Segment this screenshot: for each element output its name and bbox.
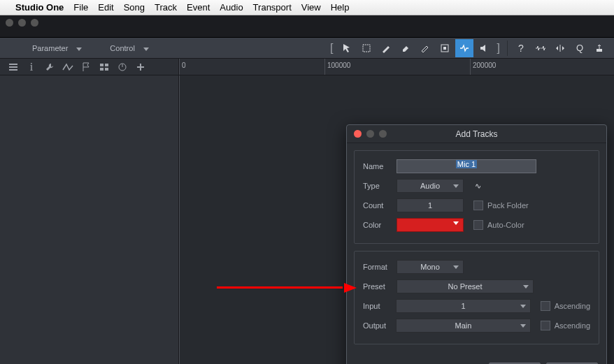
mac-menubar[interactable]: Studio One File Edit Song Track Event Au… (0, 0, 614, 15)
tempo-icon[interactable] (116, 61, 129, 73)
quantize-icon[interactable]: Q (571, 39, 589, 57)
output-value: Main (455, 321, 472, 330)
input-ascending-label: Ascending (555, 302, 590, 310)
chevron-down-icon (453, 221, 459, 225)
app-name[interactable]: Studio One (15, 2, 64, 13)
arrow-tool[interactable] (338, 39, 356, 57)
menu-edit[interactable]: Edit (98, 2, 113, 13)
draw-tool[interactable] (377, 39, 395, 57)
chevron-down-icon (453, 184, 459, 188)
input-value: 1 (461, 302, 465, 310)
erase-tool[interactable] (397, 39, 415, 57)
control-dropdown[interactable]: Control (89, 44, 148, 52)
zoom-window-icon[interactable] (31, 19, 38, 27)
chevron-down-icon (520, 324, 526, 328)
menu-help[interactable]: Help (331, 2, 350, 13)
name-value: Mic 1 (456, 160, 477, 168)
strip-silence-icon[interactable] (551, 39, 569, 57)
chevron-down-icon (76, 48, 82, 51)
svg-rect-8 (100, 64, 103, 66)
type-label: Type (363, 182, 397, 190)
ruler-tick: 200000 (473, 61, 496, 69)
menu-file[interactable]: File (73, 2, 88, 13)
toolbar-spacer (0, 29, 614, 38)
pack-folder-checkbox[interactable] (473, 201, 483, 210)
macro-icon[interactable] (590, 39, 608, 57)
track-properties-panel: Name Mic 1 Type Audio ∿ Count 1 Pack Fol… (354, 150, 599, 244)
track-list-icon[interactable] (7, 61, 20, 73)
bracket-left: [ (327, 42, 336, 54)
paint-tool[interactable] (416, 39, 434, 57)
menu-track[interactable]: Track (155, 2, 177, 13)
name-label: Name (363, 162, 397, 170)
listen-tool[interactable] (475, 39, 493, 57)
svg-rect-11 (105, 68, 108, 71)
bend-tool[interactable] (455, 39, 473, 57)
format-dropdown[interactable]: Mono (397, 260, 464, 274)
parameter-dropdown[interactable]: Parameter (0, 44, 82, 52)
type-value: Audio (420, 182, 440, 190)
timeline-ruler[interactable]: 0 100000 200000 (179, 59, 614, 75)
type-dropdown[interactable]: Audio (397, 179, 464, 193)
parameter-bar: Parameter Control [ ] ? Q (0, 38, 614, 59)
transient-icon[interactable] (531, 39, 550, 57)
parameter-label: Parameter (32, 44, 68, 52)
ruler-row: i 0 100000 200000 (0, 59, 614, 75)
wrench-icon[interactable] (43, 61, 56, 73)
auto-color-checkbox[interactable] (473, 220, 483, 230)
add-track-icon[interactable] (134, 61, 147, 73)
dialog-title: Add Tracks (347, 129, 606, 139)
ruler-tick: 0 (182, 61, 186, 69)
output-ascending-checkbox[interactable] (541, 321, 550, 330)
color-picker[interactable] (397, 218, 464, 232)
tool-group: [ ] ? Q (327, 39, 614, 57)
menu-transport[interactable]: Transport (253, 2, 292, 13)
bracket-right: ] (494, 42, 503, 54)
add-tracks-dialog: Add Tracks Name Mic 1 Type Audio ∿ Count… (346, 124, 607, 364)
pack-folder-label: Pack Folder (487, 201, 529, 210)
window-controls (0, 15, 614, 29)
name-input[interactable]: Mic 1 (397, 159, 536, 173)
output-label: Output (363, 321, 396, 330)
track-header-tools: i (0, 59, 179, 75)
preset-label: Preset (363, 282, 397, 291)
menu-view[interactable]: View (301, 2, 321, 13)
count-value: 1 (428, 201, 432, 210)
svg-rect-4 (597, 49, 602, 52)
svg-rect-9 (105, 64, 108, 66)
group-icon[interactable] (98, 61, 110, 73)
count-label: Count (363, 201, 397, 210)
auto-color-label: Auto-Color (487, 221, 524, 229)
chevron-down-icon (520, 305, 526, 308)
chevron-down-icon (453, 265, 459, 269)
preset-value: No Preset (448, 282, 483, 291)
menu-audio[interactable]: Audio (220, 2, 243, 13)
input-dropdown[interactable]: 1 (396, 299, 531, 313)
dialog-buttons: Cancel OK (347, 358, 606, 364)
format-label: Format (363, 263, 397, 271)
preset-dropdown[interactable]: No Preset (397, 279, 534, 293)
automation-icon[interactable] (62, 61, 74, 73)
svg-rect-2 (443, 47, 446, 50)
output-dropdown[interactable]: Main (396, 319, 531, 333)
tilde-icon[interactable]: ∿ (471, 182, 485, 191)
input-label: Input (363, 302, 396, 310)
mute-tool[interactable] (436, 39, 454, 57)
range-tool[interactable] (357, 39, 376, 57)
count-input[interactable]: 1 (397, 198, 464, 212)
output-ascending-label: Ascending (555, 321, 590, 330)
menu-event[interactable]: Event (187, 2, 210, 13)
svg-rect-10 (100, 68, 103, 71)
flag-icon[interactable] (80, 61, 92, 73)
help-icon[interactable]: ? (512, 39, 530, 57)
chevron-down-icon (143, 48, 149, 51)
close-window-icon[interactable] (6, 19, 13, 27)
info-icon[interactable]: i (25, 61, 38, 73)
menu-song[interactable]: Song (124, 2, 145, 13)
dialog-titlebar[interactable]: Add Tracks (347, 125, 606, 143)
svg-rect-0 (363, 45, 370, 52)
chevron-down-icon (523, 285, 529, 289)
minimize-window-icon[interactable] (18, 19, 26, 27)
input-ascending-checkbox[interactable] (541, 301, 550, 311)
track-list[interactable] (0, 75, 179, 364)
